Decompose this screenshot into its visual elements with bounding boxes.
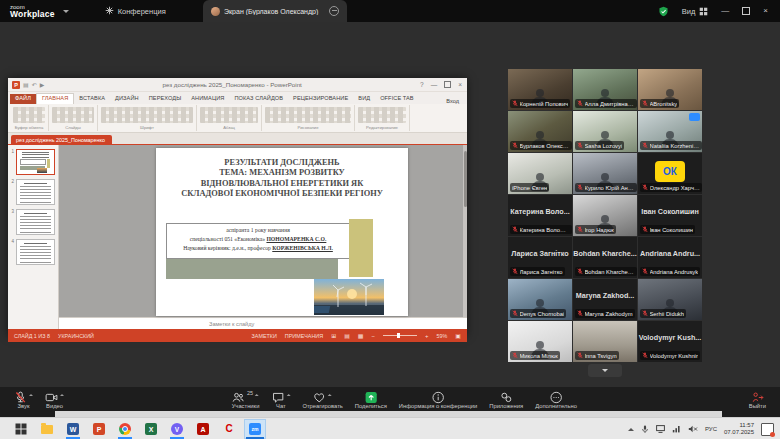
taskbar-icon-start[interactable]	[10, 419, 32, 439]
taskbar-icon-acrobat[interactable]: A	[192, 419, 214, 439]
ppt-tab-2[interactable]: ВСТАВКА	[74, 94, 110, 104]
tray-display-icon[interactable]	[656, 425, 665, 433]
zoom-percent[interactable]: 59%	[437, 333, 448, 339]
chevron-up-icon[interactable]	[255, 392, 259, 396]
toolbar-camera-button[interactable]: Видео	[39, 389, 70, 411]
minimize-button[interactable]: —	[721, 7, 729, 15]
participant-tile[interactable]: Maryna Zakhod...Maryna Zakhodym	[573, 279, 637, 320]
tray-volume-muted-icon[interactable]	[688, 425, 698, 433]
notes-pane[interactable]: Заметки к слайду	[59, 317, 467, 329]
ppt-tab-3[interactable]: ДИЗАЙН	[110, 94, 144, 104]
ppt-tab-0[interactable]: ФАЙЛ	[10, 94, 36, 104]
participant-tile[interactable]: Катерина Воло...Катерина Волощук	[508, 195, 572, 236]
taskbar-icon-viber[interactable]: V	[166, 419, 188, 439]
tray-expand-icon[interactable]	[628, 425, 634, 431]
security-shield-icon[interactable]	[658, 6, 669, 17]
toolbar-apps-button[interactable]: Приложения	[483, 389, 529, 411]
participant-tile[interactable]: Nataliia Korzhenivska	[638, 111, 702, 152]
chevron-up-icon[interactable]	[60, 392, 64, 396]
view-button[interactable]: Вид	[682, 7, 709, 16]
toolbar-heart-button[interactable]: Отреагировать	[296, 389, 348, 411]
participant-tile[interactable]: Алла Дмитрівна Чик...	[573, 69, 637, 110]
participant-tile[interactable]: ABronitsky	[638, 69, 702, 110]
participant-tile[interactable]: Denys Chornobai	[508, 279, 572, 320]
tray-mic-icon[interactable]	[641, 425, 649, 434]
taskbar-icon-explorer[interactable]	[36, 419, 58, 439]
workspace-chevron-down-icon[interactable]	[63, 10, 69, 16]
toolbar-leave-button[interactable]: Выйти	[743, 389, 772, 411]
participant-tile[interactable]: Serhii Didukh	[638, 279, 702, 320]
participant-tile[interactable]: Andriana Andru...Andriana Andrusyk	[638, 237, 702, 278]
view-normal-icon[interactable]: ⊞	[331, 332, 336, 339]
taskbar-icon-excel[interactable]: X	[140, 419, 162, 439]
zoom-out-icon[interactable]: −	[372, 333, 376, 339]
tray-network-icon[interactable]	[672, 425, 681, 433]
slide-thumbnail-1[interactable]	[16, 149, 55, 175]
participant-tile[interactable]: Bohdan Kharche...Bohdan Kharchenko	[573, 237, 637, 278]
editor-scrollbar[interactable]	[463, 145, 467, 317]
ribbon-controls[interactable]	[101, 107, 193, 123]
participant-tile[interactable]: iPhone Євген	[508, 153, 572, 194]
ribbon-controls[interactable]	[52, 107, 94, 123]
chevron-up-icon[interactable]	[29, 392, 33, 396]
participant-tile[interactable]: Іван СоколишинІван Соколишин	[638, 195, 702, 236]
participant-tile[interactable]: Sasha Lozovyi	[573, 111, 637, 152]
ppt-tab-9[interactable]: OFFICE TAB	[375, 94, 418, 104]
status-notes-button[interactable]: ЗАМЕТКИ	[252, 333, 277, 339]
zoom-slider[interactable]	[383, 335, 417, 336]
ribbon-controls[interactable]	[358, 107, 406, 123]
ppt-tab-8[interactable]: ВИД	[353, 94, 375, 104]
undo-icon[interactable]: ↶	[32, 82, 37, 88]
toolbar-mic-muted-button[interactable]: Звук	[8, 389, 39, 411]
ppt-quick-access-toolbar[interactable]: P ▤ ↶ ▶	[12, 81, 44, 89]
toolbar-chat-button[interactable]: Чат	[265, 389, 296, 411]
ribbon-controls[interactable]	[265, 107, 351, 123]
tab-meeting[interactable]: Конференция	[97, 0, 174, 22]
participant-tile[interactable]: ОКОлександр Харченко	[638, 153, 702, 194]
taskbar-icon-powerpoint[interactable]: P	[88, 419, 110, 439]
participant-tile[interactable]: Бурлаков Олександр...	[508, 111, 572, 152]
notification-center-icon[interactable]	[761, 423, 774, 436]
chevron-up-icon[interactable]	[328, 392, 332, 396]
participant-tile[interactable]: Лариса ЗагніткоЛариса Загнітко	[508, 237, 572, 278]
document-tab[interactable]: рез досліджень 2025_Пономаренко	[11, 135, 112, 144]
participant-tile[interactable]: Корнелій Попович	[508, 69, 572, 110]
tab-screen-share[interactable]: Экран (Бурлаков Олександр)	[203, 0, 347, 22]
status-language[interactable]: УКРАИНСКИЙ	[58, 333, 94, 339]
scroll-tiles-button[interactable]	[588, 364, 622, 377]
toolbar-more-button[interactable]: Дополнительно	[529, 389, 583, 411]
save-icon[interactable]: ▤	[23, 82, 29, 88]
participant-tile[interactable]: Ігор Надюк	[573, 195, 637, 236]
ppt-tab-1[interactable]: ГЛАВНАЯ	[36, 93, 74, 104]
status-comments-button[interactable]: ПРИМЕЧАНИЯ	[285, 333, 323, 339]
ppt-restore-button[interactable]	[444, 81, 451, 88]
taskbar-icon-browser-c[interactable]: C	[218, 419, 240, 439]
slide-canvas[interactable]: РЕЗУЛЬТАТИ ДОСЛІДЖЕНЬ ТЕМА: МЕХАНІЗМ РОЗ…	[156, 148, 408, 316]
tray-clock[interactable]: 11:57 07.07.2025	[724, 422, 754, 436]
maximize-button[interactable]	[742, 7, 750, 15]
close-button[interactable]: ×	[763, 7, 768, 15]
taskbar-icon-chrome[interactable]	[114, 419, 136, 439]
toolbar-participants-button[interactable]: 25Участники	[226, 389, 266, 411]
ppt-signin-link[interactable]: Вход	[446, 98, 459, 104]
chevron-up-icon[interactable]	[286, 392, 290, 396]
ppt-tab-5[interactable]: АНИМАЦИЯ	[186, 94, 229, 104]
slide-thumbnail-3[interactable]	[16, 209, 55, 235]
ppt-minimize-button[interactable]: —	[431, 81, 438, 88]
ppt-help-button[interactable]: ?	[420, 81, 424, 88]
slide-thumbnail-4[interactable]	[16, 239, 55, 265]
ppt-tab-6[interactable]: ПОКАЗ СЛАЙДОВ	[229, 94, 288, 104]
ribbon-controls[interactable]	[200, 107, 258, 123]
view-sorter-icon[interactable]: ▤	[344, 332, 350, 339]
fit-slide-icon[interactable]: ▣	[455, 332, 461, 339]
taskbar-icon-zoom[interactable]: zm	[244, 419, 266, 439]
zoom-in-icon[interactable]: +	[425, 333, 429, 339]
toolbar-info-button[interactable]: Информация о конференции	[393, 389, 483, 411]
participant-tile[interactable]: Курило Юрій Анатол...	[573, 153, 637, 194]
toolbar-share-button[interactable]: Поделиться	[349, 389, 393, 411]
ribbon-controls[interactable]	[13, 107, 45, 123]
ppt-tab-4[interactable]: ПЕРЕХОДЫ	[144, 94, 187, 104]
ppt-close-button[interactable]: ×	[458, 81, 462, 88]
taskbar-icon-word[interactable]: W	[62, 419, 84, 439]
ppt-tab-7[interactable]: РЕЦЕНЗИРОВАНИЕ	[288, 94, 353, 104]
